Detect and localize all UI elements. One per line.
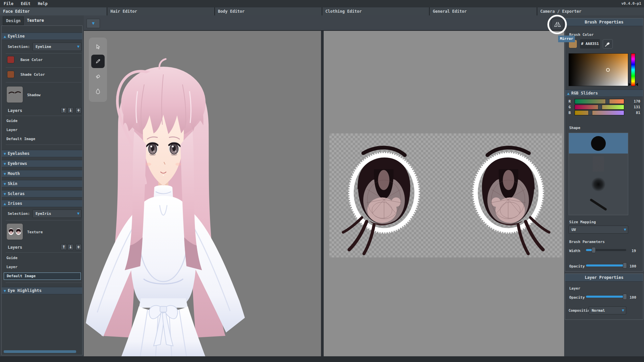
menu-edit[interactable]: Edit (17, 1, 34, 6)
slider-handle[interactable] (623, 294, 627, 300)
brush-shape-circle[interactable] (569, 133, 628, 154)
slider-handle[interactable] (598, 105, 602, 110)
right-panel: Brush Properties Brush Color # AA8351 ▲R… (564, 15, 644, 356)
section-header-skin[interactable]: ▼Skin (2, 180, 82, 187)
base-color-swatch[interactable] (7, 56, 14, 63)
channel-value: 81 (636, 111, 640, 115)
channel-label: R (569, 99, 571, 104)
soft-brush-icon (591, 177, 606, 192)
channel-label: G (569, 105, 571, 109)
blend-tool-button[interactable] (91, 84, 105, 98)
composition-mode-dropdown[interactable]: Normal ▼ (589, 306, 626, 314)
slider-handle[interactable] (592, 247, 596, 253)
left-sidebar: Design Texture ▲Eyeline Selection: Eyeli… (0, 15, 84, 356)
shadow-texture-thumbnail[interactable] (6, 86, 23, 103)
section-title: Irises (8, 201, 22, 206)
iris-selection-dropdown[interactable]: EyeIris ▼ (33, 209, 82, 218)
brush-shape-soft[interactable] (569, 174, 628, 194)
menu-help[interactable]: Help (34, 1, 51, 6)
layer-list-item[interactable]: Default Image (6, 137, 35, 141)
layer-move-up-button[interactable]: ↑ (61, 244, 67, 250)
brush-shape-stroke[interactable] (569, 194, 628, 215)
shape-label: Shape (569, 126, 580, 130)
layer-list-item-selected[interactable]: Default Image (4, 273, 81, 280)
color-saturation-field[interactable] (569, 53, 628, 86)
mirror-toggle-button[interactable] (551, 18, 564, 30)
editor-tab-bar: Face Editor Hair Editor Body Editor Clot… (0, 7, 644, 15)
section-header-scleras[interactable]: ▼Scleras (2, 190, 82, 197)
layer-list-item[interactable]: Layer (6, 128, 17, 132)
eraser-tool-button[interactable] (91, 70, 105, 83)
brush-properties-header: Brush Properties (565, 18, 643, 26)
layer-move-down-button[interactable]: ↓ (67, 107, 73, 113)
layer-list-item[interactable]: Guide (6, 256, 17, 260)
hex-color-field[interactable]: # AA8351 (580, 39, 600, 49)
hue-marker-left (629, 83, 631, 86)
size-mapping-label: Size Mapping (569, 220, 596, 224)
pen-tool-button[interactable] (91, 55, 105, 68)
section-header-eye-highlights[interactable]: ▼Eye Highlights (2, 287, 82, 294)
slider-handle[interactable] (605, 99, 609, 104)
tab-body-editor[interactable]: Body Editor (215, 7, 322, 15)
tab-texture[interactable]: Texture (24, 16, 47, 25)
collapse-down-icon: ▼ (4, 162, 6, 166)
eyedropper-button[interactable] (603, 39, 613, 49)
blue-channel-slider[interactable] (575, 110, 624, 115)
layer-list-item[interactable]: Layer (6, 265, 17, 269)
layer-move-up-button[interactable]: ↑ (61, 107, 67, 113)
collapse-down-icon: ▼ (4, 192, 6, 196)
layer-opacity-slider[interactable] (586, 294, 626, 300)
section-header-eyeline[interactable]: ▲Eyeline (2, 33, 82, 40)
section-header-eyelashes[interactable]: ▼Eyelashes (2, 150, 82, 157)
red-channel-slider[interactable] (575, 99, 624, 104)
status-bar (0, 356, 644, 362)
tab-general-editor[interactable]: General Editor (430, 7, 536, 15)
slider-handle[interactable] (588, 110, 592, 115)
iris-texture-thumbnail[interactable] (6, 223, 23, 240)
channel-value: 170 (634, 99, 640, 104)
layer-list-item[interactable]: Guide (6, 119, 17, 123)
section-title: RGB Sliders (571, 91, 598, 96)
tab-hair-editor[interactable]: Hair Editor (107, 7, 214, 15)
layers-label: Layers (8, 245, 22, 250)
hue-slider[interactable] (631, 53, 635, 86)
collapse-up-icon: ▲ (4, 202, 6, 205)
layers-label: Layers (8, 108, 22, 113)
chevron-down-icon: ▼ (622, 307, 624, 314)
chevron-down-icon: ▼ (77, 210, 79, 218)
section-header-irises[interactable]: ▲Irises (2, 200, 82, 207)
layer-add-button[interactable]: + (75, 244, 82, 250)
collapse-down-icon: ▼ (4, 172, 6, 176)
shade-color-label: Shade Color (20, 72, 45, 77)
hue-marker-right (636, 83, 638, 86)
eyeline-selection-dropdown[interactable]: Eyeline ▼ (33, 43, 82, 51)
width-slider[interactable] (586, 247, 626, 253)
size-mapping-dropdown[interactable]: UV ▼ (569, 226, 628, 234)
canvas-dropdown-button[interactable]: ▼ (87, 19, 100, 28)
opacity-slider[interactable] (586, 262, 626, 268)
tab-camera-exporter[interactable]: Camera / Exporter (537, 7, 644, 15)
model-preview-viewport[interactable] (84, 31, 321, 356)
tab-face-editor[interactable]: Face Editor (0, 7, 107, 15)
select-tool-button[interactable] (91, 40, 105, 54)
app-version: v0.4.0-p1 (621, 0, 641, 7)
horizontal-scrollbar[interactable] (4, 350, 76, 353)
green-channel-slider[interactable] (575, 105, 624, 110)
brush-shape-noise[interactable] (569, 154, 628, 174)
section-header-mouth[interactable]: ▼Mouth (2, 170, 82, 177)
layer-add-button[interactable]: + (75, 107, 82, 113)
app-window: File Edit Help v0.4.0-p1 Face Editor Hai… (0, 0, 644, 362)
slider-handle[interactable] (623, 262, 627, 268)
section-header-eyebrows[interactable]: ▼Eyebrows (2, 160, 82, 167)
eyeline-shadow-preview (7, 86, 23, 103)
layer-opacity-value: 100 (630, 295, 636, 300)
menu-file[interactable]: File (0, 1, 17, 6)
character-preview (84, 31, 321, 356)
rgb-sliders-header[interactable]: ▲RGB Sliders (565, 89, 643, 97)
tab-clothing-editor[interactable]: Clothing Editor (322, 7, 429, 15)
texture-edit-viewport[interactable] (324, 31, 564, 356)
tab-design[interactable]: Design (3, 16, 24, 25)
viewport-divider[interactable] (321, 31, 324, 356)
shade-color-swatch[interactable] (7, 71, 14, 78)
layer-move-down-button[interactable]: ↓ (67, 244, 73, 250)
